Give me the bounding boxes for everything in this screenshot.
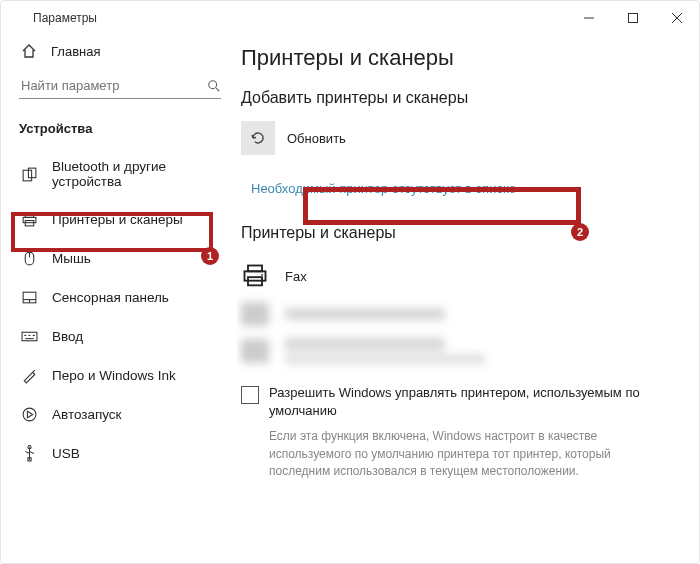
sidebar-item-usb[interactable]: USB bbox=[1, 434, 237, 473]
svg-rect-16 bbox=[22, 332, 37, 341]
search-box[interactable] bbox=[19, 73, 221, 99]
refresh-row[interactable]: Обновить bbox=[241, 121, 659, 155]
home-icon bbox=[21, 43, 37, 59]
search-icon bbox=[207, 79, 221, 93]
refresh-icon bbox=[250, 130, 266, 146]
bluetooth-icon bbox=[21, 166, 38, 183]
device-name: Fax bbox=[285, 269, 307, 284]
nav-label: Мышь bbox=[52, 251, 91, 266]
devices-section-heading: Принтеры и сканеры bbox=[241, 224, 659, 242]
svg-line-5 bbox=[216, 88, 219, 91]
page-title: Принтеры и сканеры bbox=[241, 45, 659, 71]
sidebar-home-label: Главная bbox=[51, 44, 100, 59]
svg-point-4 bbox=[209, 80, 217, 88]
default-printer-checkbox[interactable]: Разрешить Windows управлять принтером, и… bbox=[241, 384, 659, 420]
printer-not-listed-link[interactable]: Необходимый принтер отсутствует в списке bbox=[241, 173, 659, 204]
keyboard-icon bbox=[21, 328, 38, 345]
sidebar-home[interactable]: Главная bbox=[1, 35, 237, 67]
maximize-button[interactable] bbox=[611, 1, 655, 35]
device-item-redacted[interactable] bbox=[241, 332, 659, 370]
printer-icon bbox=[241, 262, 269, 290]
sidebar-item-bluetooth[interactable]: Bluetooth и другие устройства bbox=[1, 148, 237, 200]
window-controls bbox=[567, 1, 699, 35]
svg-rect-6 bbox=[23, 170, 32, 181]
sidebar-item-printers[interactable]: Принтеры и сканеры bbox=[1, 200, 237, 239]
main-content: Принтеры и сканеры Добавить принтеры и с… bbox=[237, 35, 699, 563]
nav-label: Сенсорная панель bbox=[52, 290, 169, 305]
help-text: Если эта функция включена, Windows настр… bbox=[241, 428, 659, 480]
add-section-heading: Добавить принтеры и сканеры bbox=[241, 89, 659, 107]
printer-icon bbox=[241, 302, 269, 326]
usb-icon bbox=[21, 445, 38, 462]
sidebar-item-autoplay[interactable]: Автозапуск bbox=[1, 395, 237, 434]
nav-label: Автозапуск bbox=[52, 407, 122, 422]
device-item-redacted[interactable] bbox=[241, 296, 659, 332]
device-item[interactable]: Fax bbox=[241, 256, 659, 296]
nav-label: Принтеры и сканеры bbox=[52, 212, 183, 227]
mouse-icon bbox=[21, 250, 38, 267]
svg-rect-1 bbox=[629, 14, 638, 23]
pen-icon bbox=[21, 367, 38, 384]
nav-label: Ввод bbox=[52, 329, 83, 344]
sidebar-item-pen[interactable]: Перо и Windows Ink bbox=[1, 356, 237, 395]
title-bar: Параметры bbox=[1, 1, 699, 35]
sidebar-item-touchpad[interactable]: Сенсорная панель bbox=[1, 278, 237, 317]
sidebar: Главная Устройства Bluetooth и другие ус… bbox=[1, 35, 237, 563]
checkbox-label: Разрешить Windows управлять принтером, и… bbox=[269, 384, 659, 420]
svg-point-21 bbox=[23, 408, 36, 421]
printer-icon bbox=[241, 339, 269, 363]
close-button[interactable] bbox=[655, 1, 699, 35]
autoplay-icon bbox=[21, 406, 38, 423]
nav-label: USB bbox=[52, 446, 80, 461]
svg-point-28 bbox=[261, 274, 263, 276]
printer-icon bbox=[21, 211, 38, 228]
sidebar-section-label: Устройства bbox=[1, 111, 237, 148]
search-input[interactable] bbox=[19, 77, 207, 94]
nav-label: Bluetooth и другие устройства bbox=[52, 159, 227, 189]
checkbox-icon[interactable] bbox=[241, 386, 259, 404]
refresh-label: Обновить bbox=[287, 131, 346, 146]
touchpad-icon bbox=[21, 289, 38, 306]
svg-rect-8 bbox=[25, 213, 34, 217]
refresh-button[interactable] bbox=[241, 121, 275, 155]
callout-badge-2: 2 bbox=[571, 223, 589, 241]
callout-badge-1: 1 bbox=[201, 247, 219, 265]
window-title: Параметры bbox=[33, 11, 97, 25]
minimize-button[interactable] bbox=[567, 1, 611, 35]
nav-label: Перо и Windows Ink bbox=[52, 368, 176, 383]
sidebar-item-typing[interactable]: Ввод bbox=[1, 317, 237, 356]
